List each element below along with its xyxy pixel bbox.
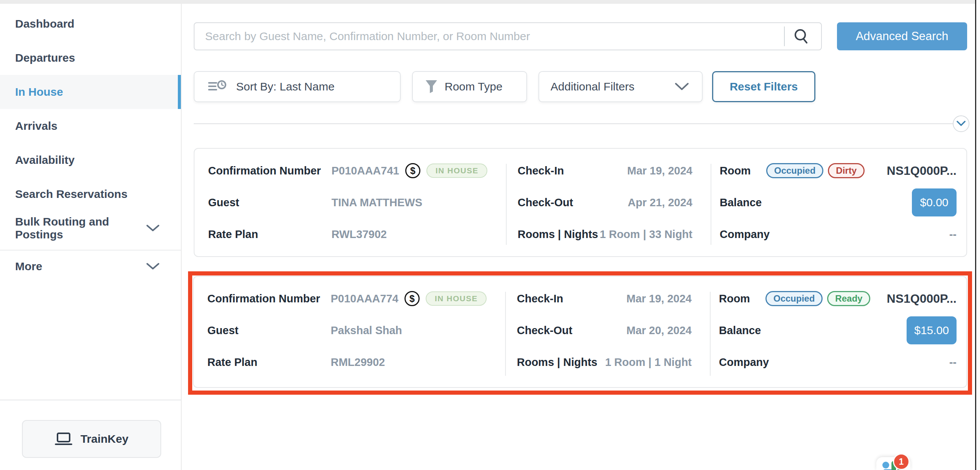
search-separator bbox=[784, 27, 785, 46]
chevron-down-icon bbox=[675, 82, 689, 91]
rate-plan-label: Rate Plan bbox=[207, 356, 331, 369]
reservation-card-highlighted[interactable]: Confirmation Number P010AAA774 $ IN HOUS… bbox=[193, 276, 967, 388]
reset-filters-button[interactable]: Reset Filters bbox=[712, 71, 815, 102]
rooms-nights-row: Rooms | Nights 1 Room | 33 Night bbox=[518, 218, 692, 250]
rooms-nights-value: 1 Room | 33 Night bbox=[600, 228, 692, 241]
balance-row: Balance $15.00 bbox=[719, 314, 956, 346]
sidebar-item-dashboard[interactable]: Dashboard bbox=[0, 7, 181, 41]
room-row: Room Occupied Ready NS1Q000P... bbox=[719, 283, 956, 314]
room-occupied-pill: Occupied bbox=[765, 291, 822, 306]
sidebar-item-bulk-routing[interactable]: Bulk Routing and Postings bbox=[0, 211, 181, 245]
reservation-identity-column: Confirmation Number P010AAA741 $ IN HOUS… bbox=[194, 149, 506, 256]
sidebar-item-departures[interactable]: Departures bbox=[0, 41, 181, 75]
sidebar-item-availability[interactable]: Availability bbox=[0, 143, 181, 177]
sort-by-button[interactable]: Sort By: Last Name bbox=[194, 71, 401, 102]
search-icon[interactable] bbox=[792, 27, 810, 45]
room-type-filter-button[interactable]: Room Type bbox=[412, 71, 527, 102]
check-out-row: Check-Out Mar 20, 2024 bbox=[517, 314, 692, 346]
column-divider bbox=[505, 292, 506, 376]
room-label: Room bbox=[720, 165, 766, 177]
balance-button[interactable]: $0.00 bbox=[912, 188, 956, 217]
company-value: -- bbox=[949, 356, 956, 369]
sidebar-item-arrivals[interactable]: Arrivals bbox=[0, 109, 181, 143]
reservation-room-column: Room Occupied Dirty NS1Q000P... Balance … bbox=[711, 149, 966, 256]
rate-plan-value: RWL37902 bbox=[331, 228, 387, 241]
sidebar-item-label: Departures bbox=[15, 51, 75, 64]
column-divider bbox=[710, 292, 711, 376]
sidebar-item-label: Dashboard bbox=[15, 18, 75, 30]
in-house-status-badge: IN HOUSE bbox=[426, 292, 487, 306]
balance-button[interactable]: $15.00 bbox=[907, 316, 956, 344]
balance-row: Balance $0.00 bbox=[720, 186, 956, 218]
reservation-dates-column: Check-In Mar 19, 2024 Check-Out Mar 20, … bbox=[505, 277, 710, 387]
results-divider bbox=[194, 123, 953, 124]
confirmation-number-value: P010AAA774 bbox=[331, 293, 398, 305]
check-in-label: Check-In bbox=[517, 293, 563, 305]
confirmation-number-row: Confirmation Number P010AAA774 $ IN HOUS… bbox=[207, 283, 505, 314]
reservation-card[interactable]: Confirmation Number P010AAA741 $ IN HOUS… bbox=[194, 148, 967, 257]
rate-plan-row: Rate Plan RWL37902 bbox=[208, 218, 506, 250]
advanced-search-button[interactable]: Advanced Search bbox=[837, 22, 967, 50]
sort-icon bbox=[208, 80, 227, 94]
balance-label: Balance bbox=[720, 196, 762, 209]
confirmation-number-value: P010AAA741 bbox=[331, 165, 399, 177]
room-status-pills: Occupied Dirty bbox=[766, 163, 865, 178]
guest-label: Guest bbox=[207, 324, 331, 337]
company-row: Company -- bbox=[720, 218, 956, 250]
confirmation-number-group: P010AAA741 $ IN HOUSE bbox=[331, 163, 487, 178]
sidebar-item-search-reservations[interactable]: Search Reservations bbox=[0, 177, 181, 211]
room-housekeeping-pill: Dirty bbox=[828, 163, 865, 178]
check-in-value: Mar 19, 2024 bbox=[627, 165, 692, 177]
check-in-label: Check-In bbox=[518, 165, 564, 177]
check-out-value: Apr 21, 2024 bbox=[628, 196, 692, 209]
chat-notification-badge: 1 bbox=[893, 453, 910, 470]
room-label: Room bbox=[719, 293, 765, 305]
sidebar-item-in-house[interactable]: In House bbox=[0, 75, 181, 109]
check-in-row: Check-In Mar 19, 2024 bbox=[517, 283, 692, 314]
sidebar-nav: Dashboard Departures In House Arrivals A… bbox=[0, 4, 181, 281]
sidebar: Dashboard Departures In House Arrivals A… bbox=[0, 4, 181, 470]
sidebar-item-label: Arrivals bbox=[15, 119, 57, 132]
trainkey-button[interactable]: TrainKey bbox=[22, 420, 161, 458]
collapse-results-button[interactable] bbox=[953, 115, 969, 132]
column-divider bbox=[506, 164, 507, 245]
sort-by-label: Sort By: Last Name bbox=[236, 80, 334, 93]
search-bar bbox=[194, 22, 822, 50]
room-type-label: Room Type bbox=[445, 80, 503, 93]
window-edge-strip bbox=[975, 0, 980, 470]
chevron-down-icon bbox=[146, 262, 160, 271]
company-label: Company bbox=[720, 228, 770, 241]
room-number-value: NS1Q000P... bbox=[887, 292, 956, 306]
guest-value: TINA MATTHEWS bbox=[331, 196, 422, 209]
guest-row: Guest Pakshal Shah bbox=[207, 314, 505, 346]
search-input[interactable] bbox=[194, 22, 822, 50]
rate-plan-label: Rate Plan bbox=[208, 228, 331, 241]
confirmation-number-group: P010AAA774 $ IN HOUSE bbox=[331, 291, 487, 306]
confirmation-number-row: Confirmation Number P010AAA741 $ IN HOUS… bbox=[208, 155, 506, 186]
sidebar-item-more[interactable]: More bbox=[0, 252, 181, 281]
check-in-row: Check-In Mar 19, 2024 bbox=[518, 155, 692, 186]
room-number-value: NS1Q000P... bbox=[887, 164, 956, 178]
reservation-identity-column: Confirmation Number P010AAA774 $ IN HOUS… bbox=[194, 277, 505, 387]
sidebar-item-label: Availability bbox=[15, 154, 75, 167]
trainkey-label: TrainKey bbox=[81, 433, 129, 445]
rooms-nights-value: 1 Room | 1 Night bbox=[605, 356, 692, 369]
additional-filters-button[interactable]: Additional Filters bbox=[538, 71, 703, 102]
sidebar-bottom-divider bbox=[0, 400, 181, 400]
in-house-status-badge: IN HOUSE bbox=[426, 164, 488, 178]
in-house-page: Dashboard Departures In House Arrivals A… bbox=[0, 0, 980, 470]
sidebar-item-label: Search Reservations bbox=[15, 188, 127, 201]
guest-label: Guest bbox=[208, 196, 331, 209]
additional-filters-label: Additional Filters bbox=[550, 80, 635, 93]
chevron-down-icon bbox=[146, 224, 160, 233]
company-row: Company -- bbox=[719, 346, 956, 378]
rate-plan-row: Rate Plan RML29902 bbox=[207, 346, 505, 378]
check-out-value: Mar 20, 2024 bbox=[626, 324, 692, 337]
dollar-circle-icon[interactable]: $ bbox=[405, 163, 420, 178]
dollar-circle-icon[interactable]: $ bbox=[404, 291, 420, 306]
reservation-room-column: Room Occupied Ready NS1Q000P... Balance … bbox=[710, 277, 966, 387]
check-in-value: Mar 19, 2024 bbox=[626, 293, 692, 305]
check-out-label: Check-Out bbox=[518, 196, 573, 209]
company-value: -- bbox=[949, 228, 956, 241]
room-occupied-pill: Occupied bbox=[766, 163, 823, 178]
